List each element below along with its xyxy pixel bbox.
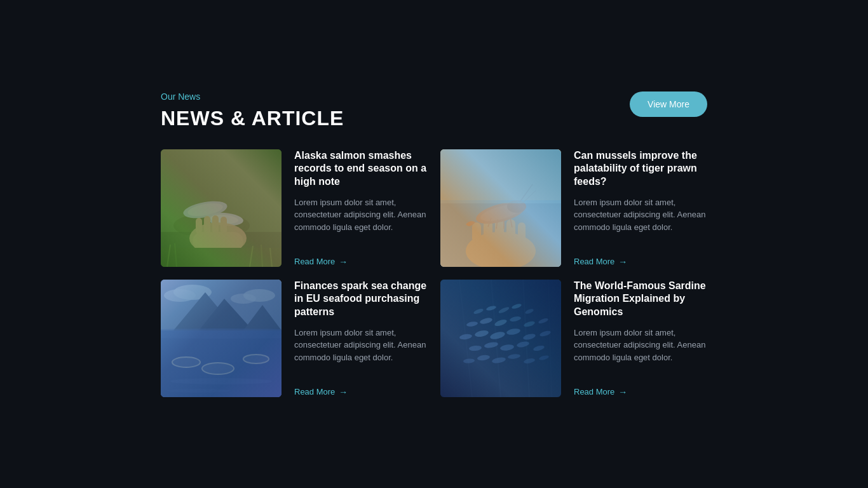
article-image-seafood: [161, 280, 281, 397]
article-image-prawn: [440, 149, 561, 267]
section-header: Our News NEWS & ARTICLE View More: [161, 92, 707, 130]
svg-point-66: [479, 316, 492, 325]
svg-point-63: [511, 302, 522, 309]
svg-rect-0: [161, 149, 281, 267]
svg-point-60: [473, 308, 484, 315]
article-title-prawn: Can mussels improve the palatability of …: [574, 149, 707, 189]
svg-line-34: [488, 218, 491, 227]
svg-point-5: [187, 201, 224, 218]
article-content-salmon: Alaska salmon smashes records to end sea…: [281, 149, 428, 267]
svg-rect-27: [506, 219, 515, 242]
svg-point-44: [243, 289, 275, 302]
svg-rect-14: [161, 248, 281, 267]
svg-line-18: [261, 245, 262, 267]
svg-point-22: [466, 232, 536, 267]
svg-point-8: [189, 222, 247, 254]
svg-point-77: [469, 345, 482, 351]
svg-point-52: [202, 363, 234, 374]
view-more-button[interactable]: View More: [630, 92, 707, 117]
article-content-prawn: Can mussels improve the palatability of …: [561, 149, 707, 267]
svg-point-82: [463, 358, 475, 363]
svg-point-69: [523, 320, 535, 327]
svg-point-84: [491, 356, 506, 364]
article-content-seafood: Finances spark sea change in EU seafood …: [281, 280, 428, 397]
svg-point-75: [522, 332, 536, 341]
article-content-sardine: The World-Famous Sardine Migration Expla…: [561, 280, 707, 397]
read-more-sardine[interactable]: Read More →: [574, 387, 707, 397]
svg-line-15: [167, 245, 170, 267]
svg-point-87: [538, 355, 549, 361]
svg-point-50: [172, 357, 200, 367]
svg-point-53: [202, 363, 234, 374]
article-excerpt-salmon: Lorem ipsum dolor sit amet, consectetuer…: [294, 196, 428, 234]
svg-point-30: [479, 201, 523, 224]
arrow-icon-prawn: →: [618, 257, 627, 267]
svg-point-76: [539, 329, 551, 337]
article-image-sardine: [440, 280, 561, 397]
article-excerpt-sardine: Lorem ipsum dolor sit amet, consectetuer…: [574, 327, 707, 364]
arrow-icon-seafood: →: [339, 387, 348, 397]
svg-rect-20: [440, 149, 561, 267]
svg-line-35: [496, 219, 498, 229]
read-more-prawn[interactable]: Read More →: [574, 257, 707, 267]
svg-line-89: [491, 280, 501, 397]
svg-point-73: [489, 330, 506, 341]
svg-point-72: [474, 329, 489, 337]
svg-line-88: [459, 280, 472, 397]
svg-point-71: [459, 333, 473, 340]
svg-rect-58: [440, 280, 561, 397]
svg-point-85: [508, 353, 521, 359]
read-more-salmon[interactable]: Read More →: [294, 257, 428, 267]
article-title-sardine: The World-Famous Sardine Migration Expla…: [574, 280, 707, 319]
svg-marker-45: [173, 292, 237, 330]
svg-point-57: [167, 389, 231, 393]
svg-rect-59: [440, 280, 561, 397]
svg-point-62: [498, 306, 510, 314]
svg-rect-9: [193, 232, 243, 251]
svg-point-74: [506, 327, 520, 336]
svg-point-80: [516, 341, 529, 348]
article-card-prawn: Can mussels improve the palatability of …: [440, 149, 707, 267]
svg-rect-24: [472, 222, 481, 243]
svg-point-83: [477, 354, 491, 361]
article-title-salmon: Alaska salmon smashes records to end sea…: [294, 149, 428, 189]
article-card-sardine: The World-Famous Sardine Migration Expla…: [440, 280, 707, 397]
svg-rect-13: [220, 217, 227, 234]
svg-line-32: [520, 184, 532, 202]
svg-rect-10: [196, 218, 202, 234]
section-title: NEWS & ARTICLE: [161, 107, 344, 130]
svg-rect-11: [204, 216, 210, 234]
articles-grid: Alaska salmon smashes records to end sea…: [161, 149, 707, 397]
svg-point-29: [474, 198, 528, 228]
svg-point-67: [494, 318, 508, 327]
read-more-seafood[interactable]: Read More →: [294, 387, 428, 397]
svg-rect-40: [161, 280, 281, 330]
svg-line-16: [175, 243, 177, 267]
header-left: Our News NEWS & ARTICLE: [161, 92, 344, 130]
svg-point-86: [523, 357, 535, 364]
svg-rect-39: [161, 280, 281, 397]
svg-point-65: [466, 320, 478, 327]
svg-rect-38: [440, 149, 561, 203]
svg-point-51: [172, 357, 200, 367]
svg-marker-47: [243, 305, 281, 330]
arrow-icon-sardine: →: [618, 387, 627, 397]
svg-point-81: [532, 344, 545, 351]
article-card-seafood: Finances spark sea change in EU seafood …: [161, 280, 428, 397]
article-card-salmon: Alaska salmon smashes records to end sea…: [161, 149, 428, 267]
svg-point-43: [231, 294, 256, 304]
svg-point-70: [538, 317, 548, 324]
arrow-icon-salmon: →: [339, 257, 348, 267]
our-news-label: Our News: [161, 92, 344, 102]
svg-point-55: [243, 355, 269, 363]
svg-point-56: [170, 378, 272, 384]
svg-line-37: [510, 218, 512, 227]
svg-point-54: [243, 355, 269, 363]
svg-line-19: [270, 248, 272, 267]
news-section: Our News NEWS & ARTICLE View More: [148, 79, 720, 410]
svg-rect-3: [167, 235, 218, 261]
svg-point-68: [509, 315, 521, 322]
svg-marker-46: [199, 299, 253, 330]
svg-point-64: [524, 308, 534, 315]
svg-rect-26: [495, 218, 504, 242]
